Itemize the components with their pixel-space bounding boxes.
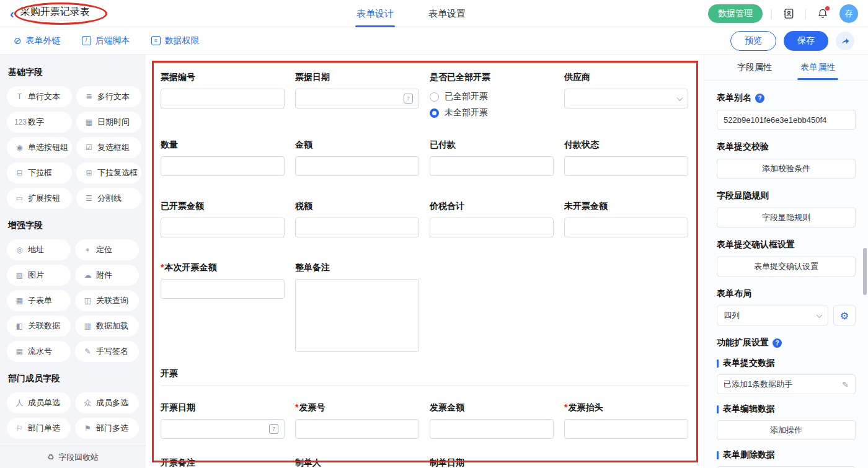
text-input[interactable] <box>295 419 419 439</box>
field-pill[interactable]: ◉ 单选按钮组 <box>7 137 72 158</box>
field-quantity[interactable]: 数量 <box>161 139 285 176</box>
preview-button[interactable]: 预览 <box>730 31 776 51</box>
text-input[interactable] <box>564 218 688 237</box>
field-label: 开票备注 <box>161 457 285 468</box>
date-input[interactable]: 7 <box>295 89 419 108</box>
tab-form-design[interactable]: 表单设计 <box>356 0 394 27</box>
field-pill[interactable]: 人 成员单选 <box>7 392 71 413</box>
text-input[interactable] <box>295 218 419 237</box>
field-invoice-note[interactable]: 开票备注 <box>161 457 285 468</box>
text-input[interactable] <box>161 279 285 299</box>
text-input[interactable] <box>430 419 554 439</box>
confirm-box-button[interactable]: 表单提交确认设置 <box>717 257 856 276</box>
radio-option[interactable]: 未全部开票 <box>430 105 554 121</box>
field-pill[interactable]: 123 数字 <box>7 112 72 133</box>
field-invoice-date[interactable]: 开票日期 7 <box>161 402 285 439</box>
field-pill[interactable]: 众 成员多选 <box>75 392 139 413</box>
field-recycle-bin[interactable]: ♻ 字段回收站 <box>0 446 146 468</box>
field-label: 税额 <box>295 201 419 212</box>
data-manage-button[interactable]: 数据管理 <box>708 4 763 23</box>
help-icon[interactable]: ? <box>755 94 764 103</box>
field-invoice-number[interactable]: *发票号 <box>295 402 419 439</box>
field-pill[interactable]: ◎ 地址 <box>7 239 71 260</box>
backend-script-link[interactable]: / 后端脚本 <box>82 35 130 46</box>
field-pill[interactable]: ◫ 关联查询 <box>75 290 139 311</box>
avatar[interactable]: 存 <box>839 4 858 23</box>
date-input[interactable]: 7 <box>161 419 285 439</box>
select-input[interactable] <box>564 89 688 108</box>
text-input[interactable] <box>564 156 688 176</box>
field-bill-date[interactable]: 票据日期 7 <box>295 72 419 108</box>
field-amount[interactable]: 金额 <box>295 139 419 176</box>
form-layout-select[interactable]: 四列 <box>717 306 828 325</box>
section-divider-invoicing[interactable]: 开票 <box>161 368 689 386</box>
text-input[interactable] <box>161 89 285 108</box>
bell-icon[interactable] <box>815 6 831 22</box>
field-pill-label: 图片 <box>28 270 44 281</box>
form-title[interactable]: 采购开票记录表 <box>20 6 90 21</box>
visibility-rule-button[interactable]: 字段显隐规则 <box>717 208 856 227</box>
field-tax[interactable]: 税额 <box>295 201 419 237</box>
field-pill[interactable]: ⊟ 下拉框 <box>7 162 72 183</box>
add-operation-button[interactable]: 添加操作 <box>717 420 856 440</box>
field-invoiced-amount[interactable]: 已开票金额 <box>161 201 285 237</box>
tab-field-properties[interactable]: 字段属性 <box>737 55 772 80</box>
text-input[interactable] <box>161 218 285 237</box>
field-create-date[interactable]: 制单日期 2023-01-057 <box>430 457 554 468</box>
field-pay-status[interactable]: 付款状态 <box>564 139 688 176</box>
field-pill[interactable]: ◧ 关联数据 <box>7 316 71 337</box>
radio-option[interactable]: 已全部开票 <box>430 89 554 105</box>
field-invoice-amount[interactable]: 发票金额 <box>430 402 554 439</box>
field-label: 发票金额 <box>430 402 554 413</box>
field-invoice-title[interactable]: *发票抬头 <box>564 402 688 439</box>
share-icon[interactable] <box>836 32 854 50</box>
edit-icon[interactable]: ✎ <box>842 380 849 389</box>
field-order-note[interactable]: 整单备注 <box>295 262 419 352</box>
field-pill[interactable]: ☰ 分割线 <box>76 188 141 209</box>
delete-data-label: 表单删除数据 <box>723 449 775 461</box>
field-bill-number[interactable]: 票据编号 <box>161 72 285 108</box>
panel-scrollbar[interactable] <box>863 248 867 295</box>
tab-form-settings[interactable]: 表单设置 <box>428 0 466 27</box>
field-pill[interactable]: ▦ 子表单 <box>7 290 71 311</box>
text-input[interactable] <box>430 156 554 176</box>
field-pill[interactable]: ⌖ 定位 <box>75 239 139 260</box>
text-input[interactable] <box>564 419 688 439</box>
field-pill[interactable]: ▦ 日期时间 <box>76 112 141 133</box>
data-assistant-field[interactable]: 已添加1条数据助手✎ <box>717 374 856 394</box>
field-creator[interactable]: 制单人 户 当前用户 <box>295 457 419 468</box>
save-button[interactable]: 保存 <box>784 31 828 51</box>
address-book-icon[interactable] <box>781 6 797 22</box>
field-fully-invoiced[interactable]: 是否已全部开票 已全部开票 未全部开票 <box>430 72 554 121</box>
text-input[interactable] <box>161 156 285 176</box>
form-external-link[interactable]: ⊘ 表单外链 <box>14 35 61 46</box>
field-pill[interactable]: ≣ 多行文本 <box>76 86 141 107</box>
help-icon[interactable]: ? <box>773 338 782 348</box>
field-pill[interactable]: T 单行文本 <box>7 86 72 107</box>
form-alias-input[interactable]: 522b9e101fe6e3e1ebb450f4 <box>717 110 856 130</box>
field-pill[interactable]: ⊞ 下拉复选框 <box>76 162 141 183</box>
add-check-condition-button[interactable]: 添加校验条件 <box>717 159 856 179</box>
data-permission-link[interactable]: ≡ 数据权限 <box>151 35 200 46</box>
text-input[interactable] <box>295 156 419 176</box>
tab-form-properties[interactable]: 表单属性 <box>800 55 835 80</box>
field-total-with-tax[interactable]: 价税合计 <box>430 201 554 237</box>
text-input[interactable] <box>430 218 554 237</box>
field-pill[interactable]: ☑ 复选框组 <box>76 137 141 158</box>
field-label: 制单人 <box>295 457 419 468</box>
field-pill[interactable]: ☁ 附件 <box>75 265 139 286</box>
field-pill[interactable]: ⚑ 部门多选 <box>75 418 139 439</box>
field-pill[interactable]: ▧ 图片 <box>7 265 71 286</box>
field-supplier[interactable]: 供应商 <box>564 72 688 108</box>
textarea-input[interactable] <box>295 279 419 352</box>
layout-gear-icon[interactable]: ⚙ <box>833 306 856 325</box>
field-pill[interactable]: ▭ 扩展按钮 <box>7 188 72 209</box>
field-current-invoice-amount[interactable]: *本次开票金额 <box>161 262 285 299</box>
field-uninvoiced-amount[interactable]: 未开票金额 <box>564 201 688 237</box>
field-pill[interactable]: ▤ 流水号 <box>7 341 71 362</box>
field-paid[interactable]: 已付款 <box>430 139 554 176</box>
field-pill[interactable]: ⚐ 部门单选 <box>7 418 71 439</box>
field-pill[interactable]: ✎ 手写签名 <box>75 341 139 362</box>
field-pill[interactable]: ▥ 数据加载 <box>75 316 139 337</box>
back-icon[interactable]: ‹ <box>10 7 14 20</box>
